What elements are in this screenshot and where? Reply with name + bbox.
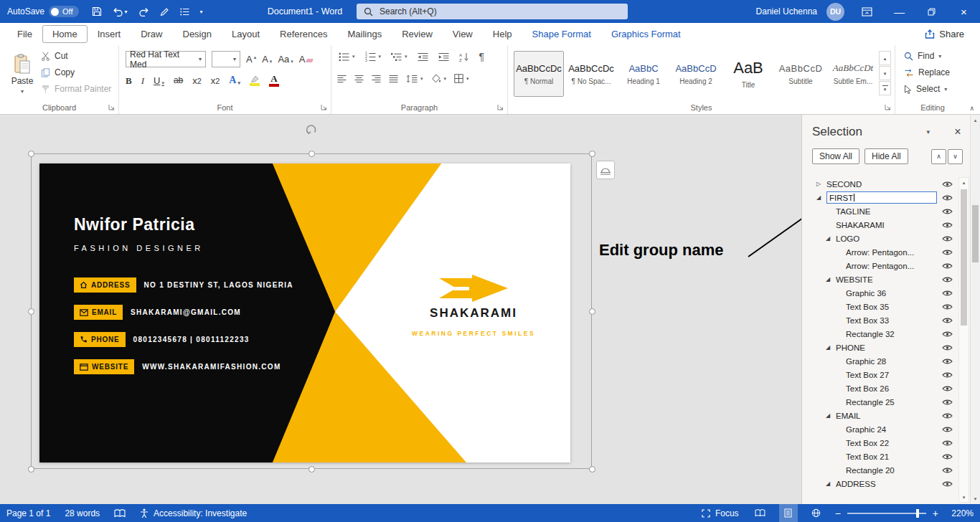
zoom-slider[interactable] bbox=[847, 513, 926, 514]
format-painter-button[interactable]: Format Painter bbox=[41, 84, 111, 94]
selection-pane-item[interactable]: ◢PHONE bbox=[802, 341, 958, 354]
expander-icon[interactable]: ◢ bbox=[826, 481, 836, 487]
visibility-eye-icon[interactable] bbox=[941, 385, 953, 392]
style--no-spac-[interactable]: AaBbCcDc¶ No Spac... bbox=[566, 51, 616, 97]
accessibility-status[interactable]: Accessibility: Investigate bbox=[140, 508, 247, 518]
text-effects-button[interactable]: A▾ bbox=[229, 75, 240, 85]
print-layout-button[interactable] bbox=[779, 504, 798, 522]
style-title[interactable]: AaBTitle bbox=[723, 51, 773, 97]
search-input[interactable]: Search (Alt+Q) bbox=[357, 4, 628, 19]
send-backward-button[interactable]: ∨ bbox=[948, 149, 963, 164]
visibility-eye-icon[interactable] bbox=[941, 181, 953, 188]
selection-pane-item[interactable]: Text Box 33 bbox=[802, 313, 958, 327]
decrease-indent-button[interactable] bbox=[418, 52, 428, 62]
increase-indent-button[interactable] bbox=[438, 52, 449, 62]
visibility-eye-icon[interactable] bbox=[941, 262, 953, 270]
visibility-eye-icon[interactable] bbox=[941, 194, 953, 201]
visibility-eye-icon[interactable] bbox=[941, 440, 953, 447]
autosave-toggle[interactable]: AutoSave Off bbox=[7, 6, 79, 17]
document-scrollbar[interactable]: ▴ ▾ bbox=[970, 115, 980, 504]
expander-icon[interactable]: ◢ bbox=[826, 277, 836, 283]
selection-pane-item[interactable]: ◢FIRST bbox=[802, 191, 958, 204]
selection-handle[interactable] bbox=[589, 466, 595, 473]
expander-icon[interactable]: ◢ bbox=[826, 345, 836, 351]
selection-pane-item[interactable]: Graphic 28 bbox=[802, 354, 958, 368]
selection-handle[interactable] bbox=[589, 151, 595, 157]
autosave-switch[interactable]: Off bbox=[49, 6, 78, 17]
selection-handle[interactable] bbox=[308, 466, 315, 473]
selection-handle[interactable] bbox=[28, 308, 34, 315]
pane-close-icon[interactable]: × bbox=[950, 126, 966, 138]
find-button[interactable]: Find▾ bbox=[904, 51, 950, 61]
highlight-color-button[interactable] bbox=[250, 75, 260, 86]
font-dialog-launcher-icon[interactable] bbox=[321, 104, 327, 110]
multilevel-list-button[interactable]: ▾ bbox=[391, 52, 407, 62]
visibility-eye-icon[interactable] bbox=[941, 399, 953, 406]
visibility-eye-icon[interactable] bbox=[941, 317, 953, 324]
sort-button[interactable]: AZ bbox=[459, 52, 469, 62]
style-subtle-em-[interactable]: AaBbCcDtSubtle Em... bbox=[828, 51, 878, 97]
selection-pane-item[interactable]: Text Box 21 bbox=[802, 450, 958, 463]
tab-help[interactable]: Help bbox=[483, 25, 522, 43]
tab-layout[interactable]: Layout bbox=[222, 25, 270, 43]
selection-pane-item[interactable]: ◢WEBSITE bbox=[802, 272, 958, 286]
layout-options-button[interactable] bbox=[596, 161, 615, 179]
subscript-button[interactable]: x2 bbox=[192, 76, 202, 85]
visibility-eye-icon[interactable] bbox=[941, 371, 953, 379]
expander-icon[interactable]: ◢ bbox=[816, 195, 826, 201]
undo-button[interactable]: ▾ bbox=[113, 7, 128, 16]
align-left-button[interactable] bbox=[337, 75, 347, 83]
selection-pane-item[interactable]: Rectangle 20 bbox=[802, 463, 958, 477]
hide-all-button[interactable]: Hide All bbox=[864, 148, 908, 164]
clipboard-dialog-launcher-icon[interactable] bbox=[108, 104, 115, 110]
document-scrollbar-thumb[interactable] bbox=[972, 205, 979, 262]
share-button[interactable]: Share bbox=[925, 29, 964, 39]
gallery-more-button[interactable]: ▾ bbox=[879, 81, 891, 95]
selection-pane-item[interactable]: Arrow: Pentagon... bbox=[802, 259, 958, 272]
underline-button[interactable]: U▾ bbox=[154, 76, 164, 85]
page-indicator[interactable]: Page 1 of 1 bbox=[6, 508, 50, 518]
selection-pane-item[interactable]: Rectangle 32 bbox=[802, 327, 958, 341]
tab-review[interactable]: Review bbox=[392, 25, 443, 43]
selection-pane-item[interactable]: Text Box 35 bbox=[802, 300, 958, 313]
draw-pen-icon[interactable] bbox=[160, 7, 169, 16]
font-name-select[interactable]: Red Hat Text Med▾ bbox=[126, 51, 206, 67]
change-case-button[interactable]: Aa▾ bbox=[278, 54, 293, 64]
selection-pane-item[interactable]: Text Box 26 bbox=[802, 381, 958, 395]
scroll-down-icon[interactable]: ▾ bbox=[959, 495, 969, 500]
collapse-ribbon-button[interactable]: ∧ bbox=[969, 105, 974, 112]
style--normal[interactable]: AaBbCcDc¶ Normal bbox=[514, 51, 564, 97]
visibility-eye-icon[interactable] bbox=[941, 344, 953, 351]
focus-mode-button[interactable]: Focus bbox=[702, 508, 739, 518]
visibility-eye-icon[interactable] bbox=[941, 467, 953, 474]
undo-dropdown-chevron-icon[interactable]: ▾ bbox=[125, 9, 128, 15]
expander-icon[interactable]: ◢ bbox=[826, 236, 836, 242]
scroll-up-icon[interactable]: ▴ bbox=[959, 180, 969, 185]
restore-button[interactable] bbox=[915, 0, 948, 23]
ribbon-display-options-icon[interactable] bbox=[856, 7, 877, 16]
read-mode-button[interactable] bbox=[751, 504, 770, 522]
user-name[interactable]: Daniel Uchenna bbox=[756, 6, 817, 16]
zoom-slider-thumb[interactable] bbox=[916, 509, 919, 518]
expander-icon[interactable]: ▷ bbox=[816, 181, 826, 187]
tab-insert[interactable]: Insert bbox=[88, 25, 131, 43]
numbering-button[interactable]: 123▾ bbox=[365, 52, 382, 62]
rotate-handle-icon[interactable] bbox=[305, 123, 318, 136]
pane-scrollbar[interactable]: ▴ ▾ bbox=[958, 177, 969, 503]
align-center-button[interactable] bbox=[354, 75, 364, 83]
visibility-eye-icon[interactable] bbox=[941, 412, 953, 419]
minimize-button[interactable]: — bbox=[883, 0, 915, 23]
zoom-in-button[interactable]: + bbox=[933, 508, 938, 518]
scroll-down-icon[interactable]: ▾ bbox=[971, 496, 980, 501]
selection-handle[interactable] bbox=[28, 151, 34, 157]
tab-graphics-format[interactable]: Graphics Format bbox=[601, 25, 691, 43]
shading-button[interactable]: ▾ bbox=[431, 74, 447, 83]
word-count[interactable]: 28 words bbox=[65, 508, 100, 518]
style-subtitle[interactable]: AaBbCcDSubtitle bbox=[776, 51, 826, 97]
strikethrough-button[interactable]: ab bbox=[174, 76, 183, 85]
font-size-select[interactable]: ▾ bbox=[212, 51, 240, 67]
shrink-font-button[interactable]: A▾ bbox=[262, 54, 272, 64]
visibility-eye-icon[interactable] bbox=[941, 303, 953, 310]
font-color-button[interactable]: A bbox=[269, 74, 279, 87]
visibility-eye-icon[interactable] bbox=[941, 222, 953, 229]
